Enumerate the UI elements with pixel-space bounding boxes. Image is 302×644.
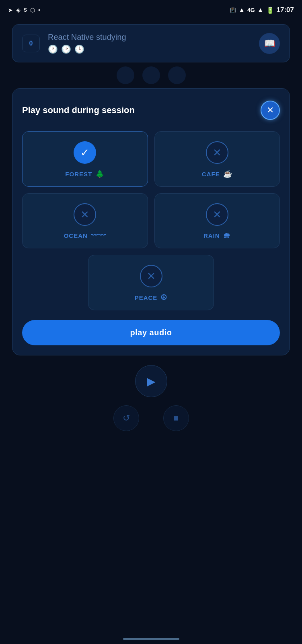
forest-label: FOREST 🌲 <box>65 169 105 178</box>
between-circles <box>0 66 302 84</box>
bottom-secondary-controls: ↺ ■ <box>113 405 189 431</box>
status-right-icons: 📳 ▲ 4G ▲ 🔋 17:07 <box>230 6 294 14</box>
sound-option-ocean[interactable]: ✕ OCEAN 〰〰 <box>22 193 148 248</box>
sound-single-row: ✕ PEACE ☮ <box>22 255 280 310</box>
session-count-badge: 0 <box>22 35 40 52</box>
stop-button[interactable]: ■ <box>163 405 189 431</box>
play-icon: ▶ <box>147 375 156 388</box>
peace-circle: ✕ <box>140 265 162 287</box>
dim-circle-1 <box>117 66 134 84</box>
bottom-controls-area: ▶ ↺ ■ <box>0 365 302 431</box>
ocean-icon: 〰〰 <box>91 231 106 240</box>
session-card[interactable]: 0 React Native studying 🕐 🕑 🕒 📖 <box>12 24 290 62</box>
rain-circle: ✕ <box>206 203 228 226</box>
forest-text: FOREST <box>65 171 92 178</box>
sound-option-rain[interactable]: ✕ RAIN 🌧 <box>154 193 280 248</box>
dim-circle-2 <box>142 66 160 84</box>
cafe-icon: ☕ <box>223 169 232 178</box>
session-title: React Native studying <box>48 33 251 42</box>
sound-option-peace[interactable]: ✕ PEACE ☮ <box>88 255 214 310</box>
send-icon: ➤ <box>8 7 13 13</box>
instagram-icon: ⬡ <box>30 7 35 13</box>
session-card-content: React Native studying 🕐 🕑 🕒 <box>48 33 251 54</box>
4g-label: 4G <box>247 7 255 13</box>
wifi-icon: ▲ <box>238 6 245 14</box>
play-audio-button[interactable]: play audio <box>22 320 280 345</box>
cafe-text: CAFE <box>202 171 220 178</box>
history-icon: ↺ <box>123 413 130 423</box>
vibrate-icon: 📳 <box>230 7 236 13</box>
forest-circle: ✓ <box>74 141 96 164</box>
dim-circle-3 <box>168 66 186 84</box>
rain-text: RAIN <box>203 232 220 239</box>
peace-label: PEACE ☮ <box>135 293 168 302</box>
sound-modal: Play sound during session ✕ ✓ FOREST 🌲 ✕… <box>12 88 290 355</box>
cafe-label: CAFE ☕ <box>202 169 232 178</box>
status-left-icons: ➤ ◈ S ⬡ • <box>8 7 40 13</box>
battery-icon: 🔋 <box>266 6 274 14</box>
cafe-circle: ✕ <box>206 141 228 164</box>
clock-time: 17:07 <box>277 6 294 14</box>
rain-icon: 🌧 <box>223 231 231 240</box>
clock-icon-3: 🕒 <box>74 44 84 54</box>
peace-icon: ☮ <box>160 293 167 302</box>
scribd-icon: S <box>24 7 27 13</box>
clock-icon-2: 🕑 <box>61 44 71 54</box>
close-modal-button[interactable]: ✕ <box>261 101 280 120</box>
sound-option-cafe[interactable]: ✕ CAFE ☕ <box>154 131 280 187</box>
modal-title: Play sound during session <box>22 105 135 116</box>
ocean-label: OCEAN 〰〰 <box>64 231 106 240</box>
book-button[interactable]: 📖 <box>259 33 280 54</box>
sound-option-forest[interactable]: ✓ FOREST 🌲 <box>22 131 148 187</box>
forest-icon: 🌲 <box>95 169 105 178</box>
signal-icon: ▲ <box>257 6 264 14</box>
history-button[interactable]: ↺ <box>113 405 139 431</box>
book-icon: 📖 <box>264 38 275 49</box>
session-clocks: 🕐 🕑 🕒 <box>48 44 251 54</box>
dot-icon: • <box>38 7 40 13</box>
sound-options-grid: ✓ FOREST 🌲 ✕ CAFE ☕ ✕ OCEAN 〰〰 ✕ <box>22 131 280 248</box>
stop-icon: ■ <box>173 413 179 423</box>
clock-icon-1: 🕐 <box>48 44 58 54</box>
modal-header: Play sound during session ✕ <box>22 101 280 120</box>
peace-text: PEACE <box>135 294 158 301</box>
rain-label: RAIN 🌧 <box>203 231 231 240</box>
ocean-text: OCEAN <box>64 232 88 239</box>
weather-icon: ◈ <box>16 7 21 13</box>
play-button[interactable]: ▶ <box>135 365 167 397</box>
home-indicator <box>123 638 179 640</box>
ocean-circle: ✕ <box>74 203 96 226</box>
status-bar: ➤ ◈ S ⬡ • 📳 ▲ 4G ▲ 🔋 17:07 <box>0 0 302 20</box>
